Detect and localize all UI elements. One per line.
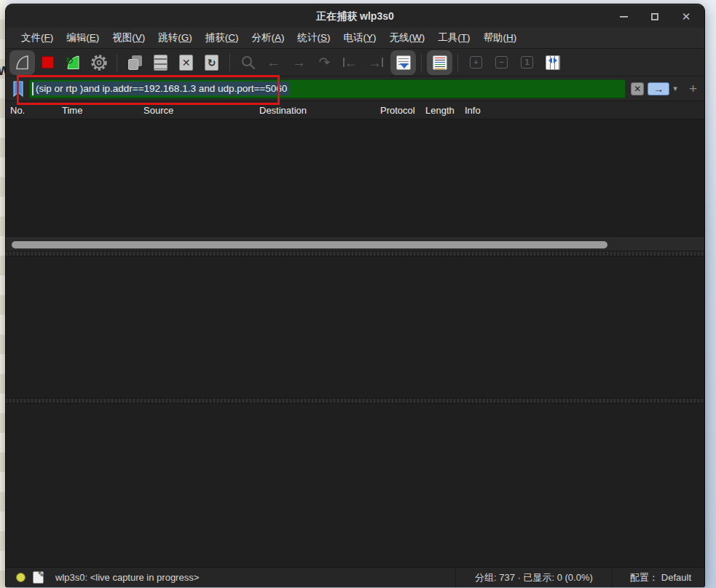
status-bar: ✎ wlp3s0: <live capture in progress> 分组:… — [6, 567, 704, 587]
filter-dropdown-button[interactable]: ▾ — [673, 84, 677, 93]
apply-filter-button[interactable]: → — [648, 82, 669, 95]
menu-tools[interactable]: 工具T — [431, 28, 476, 47]
auto-scroll-button[interactable] — [390, 50, 416, 75]
goto-arrow-icon: ↷ — [319, 55, 331, 69]
filter-bookmark-icon[interactable] — [11, 80, 25, 98]
desktop: W 正在捕获 wlp3s0 ✕ 文件F 编辑E 视图V 跳转G 捕获C 分析A … — [0, 0, 716, 588]
minimize-button[interactable] — [615, 9, 632, 25]
zoom-100-icon: 1 — [521, 56, 533, 68]
filter-bar: (sip or rtp )and ip.addr==192.168.1.3 an… — [6, 77, 704, 101]
clear-icon: ✕ — [634, 84, 641, 94]
menu-statistics[interactable]: 统计S — [291, 28, 337, 47]
close-button[interactable]: ✕ — [678, 9, 694, 25]
search-icon — [240, 55, 256, 71]
menu-capture[interactable]: 捕获C — [199, 28, 245, 47]
packet-list-header: No. Time Source Destination Protocol Len… — [6, 101, 704, 119]
restart-capture-button[interactable]: ↻ — [60, 50, 86, 75]
menu-file[interactable]: 文件F — [15, 28, 60, 47]
close-file-icon: ✕ — [179, 55, 193, 71]
menu-go[interactable]: 跳转G — [152, 28, 199, 47]
capture-options-button[interactable] — [86, 50, 111, 75]
menu-edit[interactable]: 编辑E — [60, 28, 106, 47]
zoom-100-button[interactable]: 1 — [514, 50, 540, 75]
packet-details-pane — [6, 256, 704, 398]
save-file-button[interactable] — [148, 50, 173, 75]
menu-telephony[interactable]: 电话Y — [337, 28, 383, 47]
open-file-icon — [127, 55, 143, 71]
stop-capture-button[interactable] — [35, 50, 60, 75]
filter-text-selected: (sip or rtp )and ip.addr==192.168.1.3 an… — [34, 82, 289, 95]
menu-wireless[interactable]: 无线W — [383, 28, 432, 47]
window-title: 正在捕获 wlp3s0 — [316, 10, 394, 23]
zoom-in-icon: + — [470, 56, 482, 68]
close-file-button[interactable]: ✕ — [173, 50, 199, 75]
go-forward-button[interactable]: → — [286, 50, 312, 75]
column-header-source[interactable]: Source — [141, 105, 256, 116]
open-file-button[interactable] — [122, 50, 148, 75]
clear-filter-button[interactable]: ✕ — [631, 82, 644, 95]
pane-splitter-bottom[interactable] — [6, 398, 704, 404]
maximize-icon — [651, 13, 658, 20]
profile-label: 配置： — [630, 571, 658, 584]
toolbar-separator — [457, 54, 458, 71]
go-back-button[interactable]: ← — [261, 50, 286, 75]
display-filter-input[interactable]: (sip or rtp )and ip.addr==192.168.1.3 an… — [29, 79, 626, 98]
go-first-button[interactable]: ← — [337, 50, 363, 75]
packet-counts-text: 分组: 737 · 已显示: 0 (0.0%) — [455, 568, 613, 587]
column-header-no[interactable]: No. — [6, 105, 59, 116]
pane-splitter-top[interactable] — [6, 251, 704, 256]
first-packet-icon: ← — [343, 56, 358, 69]
wireshark-window: 正在捕获 wlp3s0 ✕ 文件F 编辑E 视图V 跳转G 捕获C 分析A 统计… — [5, 4, 705, 587]
restart-arrow-glyph: ↻ — [66, 55, 74, 66]
horizontal-scrollbar-thumb[interactable] — [12, 241, 607, 248]
add-filter-button[interactable]: + — [689, 81, 697, 97]
column-header-length[interactable]: Length — [422, 105, 462, 116]
go-to-packet-button[interactable]: ↷ — [312, 50, 337, 75]
column-header-info[interactable]: Info — [462, 105, 704, 116]
pencil-icon: ✎ — [38, 570, 44, 579]
menu-bar: 文件F 编辑E 视图V 跳转G 捕获C 分析A 统计S 电话Y 无线W 工具T … — [6, 28, 704, 49]
colorize-button[interactable] — [427, 50, 452, 75]
menu-help[interactable]: 帮助H — [477, 28, 524, 47]
capture-comment-icon[interactable]: ✎ — [33, 571, 44, 584]
shark-fin-icon — [14, 54, 31, 71]
profile-value: Default — [661, 572, 691, 583]
save-file-icon — [154, 55, 168, 71]
expert-info-icon[interactable] — [16, 573, 25, 582]
go-last-button[interactable]: → — [363, 50, 388, 75]
back-arrow-icon: ← — [267, 55, 280, 69]
column-header-time[interactable]: Time — [59, 105, 141, 116]
main-toolbar: ↻ ✕ ↻ — [6, 49, 704, 77]
toolbar-separator — [421, 54, 422, 71]
reload-file-icon: ↻ — [205, 55, 219, 71]
menu-analyze[interactable]: 分析A — [245, 28, 291, 47]
column-header-destination[interactable]: Destination — [256, 105, 377, 116]
auto-scroll-icon — [396, 55, 411, 70]
packet-bytes-pane — [6, 404, 704, 567]
horizontal-scrollbar[interactable] — [6, 238, 704, 251]
menu-view[interactable]: 视图V — [106, 28, 152, 47]
zoom-out-icon: − — [495, 56, 508, 68]
forward-arrow-icon: → — [292, 55, 306, 69]
column-header-protocol[interactable]: Protocol — [377, 105, 422, 116]
apply-arrow-icon: → — [653, 84, 664, 94]
find-packet-button[interactable] — [235, 50, 261, 75]
start-capture-button[interactable] — [9, 50, 35, 75]
toolbar-separator — [229, 54, 230, 71]
packet-list-pane — [6, 119, 704, 238]
profile-section[interactable]: 配置： Default — [613, 571, 704, 584]
capture-status-text: wlp3s0: <live capture in progress> — [55, 572, 455, 583]
maximize-button[interactable] — [647, 9, 663, 25]
last-packet-icon: → — [369, 56, 383, 69]
minimize-icon — [620, 16, 628, 17]
gear-icon — [90, 53, 109, 72]
reload-file-button[interactable]: ↻ — [199, 50, 224, 75]
resize-columns-icon — [546, 55, 560, 70]
zoom-out-button[interactable]: − — [489, 50, 514, 75]
title-bar[interactable]: 正在捕获 wlp3s0 ✕ — [6, 4, 704, 28]
colorize-icon — [433, 55, 447, 70]
stop-icon — [42, 56, 54, 68]
zoom-in-button[interactable]: + — [463, 50, 489, 75]
close-icon: ✕ — [682, 10, 691, 23]
resize-columns-button[interactable] — [540, 50, 565, 75]
